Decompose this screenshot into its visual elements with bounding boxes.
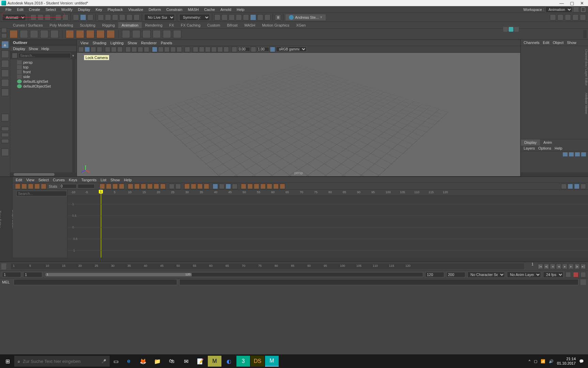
outliner-item-lightset[interactable]: defaultLightSet (10, 79, 76, 84)
toggle-modeling-toolkit-icon[interactable] (550, 14, 556, 20)
shelf-tab-custom[interactable]: Custom (204, 22, 223, 28)
vp-ao-icon[interactable] (205, 47, 211, 52)
taskbar-search-input[interactable] (23, 359, 99, 364)
tray-volume-icon[interactable]: 🔊 (549, 359, 554, 364)
snap-live-icon[interactable] (126, 14, 133, 20)
layer-move-up-icon[interactable] (563, 152, 568, 156)
layer-menu-help[interactable]: Help (555, 146, 562, 150)
taskbar-app-ds[interactable]: DS (251, 356, 264, 367)
menu-display[interactable]: Display (75, 7, 93, 12)
vp-bookmark-icon[interactable] (97, 47, 102, 52)
shelf-tab-fx[interactable]: FX (166, 22, 177, 28)
vp-dof-icon[interactable] (223, 47, 229, 52)
undo-icon[interactable] (55, 14, 61, 20)
outliner-scrollbar[interactable] (72, 59, 76, 172)
shelf-set-key-icon[interactable] (66, 30, 74, 38)
mic-icon[interactable]: 🎤 (102, 359, 106, 364)
menu-visualize[interactable]: Visualize (125, 7, 146, 12)
taskbar-app-explorer[interactable]: 📁 (151, 356, 164, 367)
shelf-tab-xgen[interactable]: XGen (293, 22, 309, 28)
ch-menu-object[interactable]: Object (553, 41, 563, 45)
select-object-icon[interactable] (80, 14, 86, 20)
ge-pre-infinity-icon[interactable] (241, 184, 246, 189)
snap-curve-icon[interactable] (105, 14, 111, 20)
character-set-dropdown[interactable]: No Character Set (467, 272, 505, 278)
rotate-tool-icon[interactable] (1, 79, 9, 87)
shelf-paint-weights-icon[interactable] (173, 30, 181, 38)
ge-free-length-icon[interactable] (197, 184, 203, 189)
toggle-channelbox-icon[interactable] (565, 14, 571, 20)
prefs-icon[interactable] (581, 272, 586, 277)
vp-xray-icon[interactable] (193, 47, 198, 52)
script-editor-icon[interactable] (581, 279, 586, 285)
side-tab-attribute[interactable]: Attribute Viewer (584, 93, 588, 114)
ge-frame-playback-icon[interactable] (106, 184, 111, 189)
vp-shadows-icon[interactable] (176, 47, 182, 52)
viewport-canvas[interactable]: Lock Camera persp (77, 53, 520, 176)
vp-multisample-icon[interactable] (217, 47, 223, 52)
viewport-corner-icon[interactable] (503, 27, 508, 32)
step-back-key-button[interactable]: ◂| (544, 264, 549, 269)
play-back-button[interactable]: ◂ (556, 264, 561, 269)
tray-expand-icon[interactable]: ^ (529, 359, 530, 363)
ge-unify-tangent-icon[interactable] (191, 184, 196, 189)
viewport-corner-icon[interactable] (514, 27, 519, 32)
vp-gamma-input[interactable] (257, 47, 269, 51)
render-pass-icon[interactable] (264, 14, 270, 20)
toggle-attribute-editor-icon[interactable] (580, 14, 586, 20)
vp-motion-blur-icon[interactable] (211, 47, 217, 52)
shelf-scroll[interactable] (583, 30, 587, 38)
shelf-motion-trail-icon[interactable] (20, 30, 28, 38)
ge-abs-view-icon[interactable] (226, 184, 231, 189)
snap-grid-icon[interactable] (98, 14, 104, 20)
scale-tool-icon[interactable] (1, 89, 9, 96)
step-forward-key-button[interactable]: |▸ (574, 264, 580, 269)
snap-view-icon[interactable] (134, 14, 140, 20)
ge-stats-input2[interactable] (78, 184, 95, 188)
ge-menu-tangents[interactable]: Tangents (81, 178, 97, 182)
ge-toggle-icon[interactable] (581, 184, 586, 189)
shelf-tab-motiongraphics[interactable]: Motion Graphics (259, 22, 293, 28)
taskbar-app-3ds[interactable]: 3 (236, 356, 250, 367)
menu-playback[interactable]: Playback (105, 7, 126, 12)
channelbox-hscroll[interactable] (521, 172, 588, 177)
shelf-tab-fxcaching[interactable]: FX Caching (177, 22, 204, 28)
vp-lock-cam-icon[interactable] (84, 47, 90, 52)
outliner-menu-show[interactable]: Show (29, 47, 38, 51)
ge-auto-frame-icon[interactable] (119, 184, 124, 189)
side-tab-time-editor[interactable]: Time Editor (0, 211, 1, 228)
shelf-tab-sculpting[interactable]: Sculpting (77, 22, 99, 28)
taskbar-clock[interactable]: 21:14 01.10.2017 (557, 357, 576, 366)
menu-select[interactable]: Select (43, 7, 59, 12)
ge-stacked-view-icon[interactable] (232, 184, 237, 189)
shelf-tab-rendering[interactable]: Rendering (142, 22, 166, 28)
taskbar-app-firefox[interactable]: 🦊 (136, 356, 150, 367)
taskbar-app-mail[interactable]: ✉ (179, 356, 193, 367)
ge-cycle-icon[interactable] (254, 184, 259, 189)
ge-linear-infinity-icon[interactable] (273, 184, 279, 189)
workspace-dropdown[interactable]: Animation (545, 6, 572, 13)
vp-gate-mask-icon[interactable] (144, 47, 149, 52)
taskbar-app-maya[interactable]: M (265, 356, 279, 367)
ge-region-icon[interactable] (34, 184, 40, 189)
time-slider-config-icon[interactable] (1, 263, 6, 270)
shelf-set-anim-key-icon[interactable] (76, 30, 84, 38)
outliner-item-front[interactable]: front (10, 70, 76, 74)
menu-arnold[interactable]: Arnold (218, 7, 234, 12)
menu-mash[interactable]: MASH (185, 7, 201, 12)
vp-colorspace-dropdown[interactable]: sRGB gamma (276, 47, 307, 52)
vp-wireframe-icon[interactable] (152, 47, 157, 52)
ge-hscroll[interactable] (13, 258, 588, 262)
maximize-button[interactable]: ▢ (570, 1, 574, 6)
select-component-icon[interactable] (87, 14, 93, 20)
range-end-outer-input[interactable] (446, 272, 465, 277)
outliner-toggle-icon[interactable] (1, 149, 9, 156)
ge-open-dope-icon[interactable] (561, 184, 567, 189)
viewport-menu-shading[interactable]: Shading (93, 41, 106, 45)
taskbar-app-m[interactable]: M (208, 356, 221, 367)
shelf-unghost-icon[interactable] (40, 30, 48, 38)
live-surface-dropdown[interactable]: No Live Surface (144, 14, 175, 21)
lasso-tool-icon[interactable] (1, 50, 9, 58)
ge-oscillate-icon[interactable] (267, 184, 272, 189)
layer-new-empty-icon[interactable] (575, 152, 580, 156)
